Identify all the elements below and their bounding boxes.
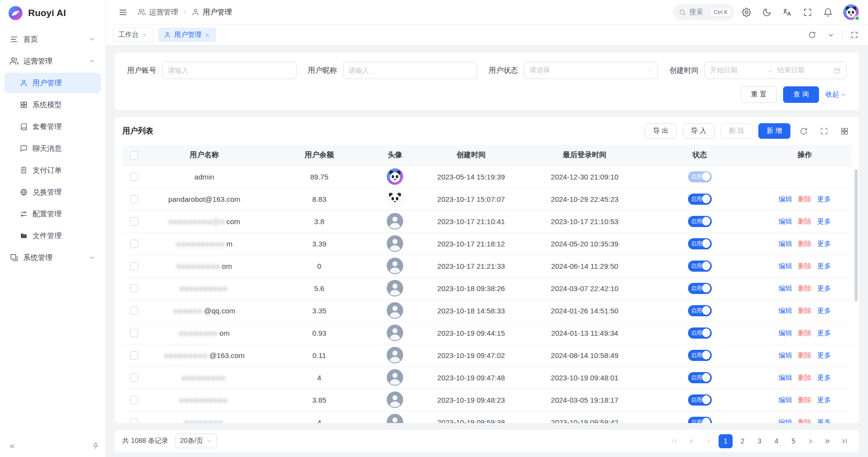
menu-toggle-icon[interactable] [115,4,131,20]
status-toggle[interactable]: 启用 [688,372,712,383]
add-button[interactable]: 新 增 [758,123,790,139]
collapse-sidebar-button[interactable]: « [6,440,18,452]
page-button-2[interactable]: 2 [736,434,750,448]
column-settings-icon[interactable] [837,124,852,138]
status-toggle[interactable]: 启用 [688,171,712,182]
sidebar-item-operations[interactable]: 运营管理 [4,51,101,71]
import-button[interactable]: 导 入 [683,123,715,139]
sidebar-item-chat-messages[interactable]: 聊天消息 [4,138,101,159]
delete-link[interactable]: 删除 [798,307,812,315]
status-toggle[interactable]: 启用 [688,261,712,272]
select-all-checkbox[interactable] [130,151,138,160]
row-checkbox[interactable] [130,396,138,404]
first-page-button[interactable] [668,434,682,448]
delete-link[interactable]: 删除 [798,262,812,271]
chevron-down-icon[interactable] [824,28,837,42]
row-checkbox[interactable] [130,173,138,181]
delete-link[interactable]: 删除 [798,396,812,405]
sidebar-item-user-management[interactable]: 用户管理 [4,73,101,93]
status-toggle[interactable]: 启用 [688,283,712,294]
status-toggle[interactable]: 启用 [688,216,712,227]
status-toggle[interactable]: 启用 [688,194,712,205]
reset-button[interactable]: 重 置 [741,86,777,103]
more-link[interactable]: 更多 [818,351,831,360]
more-link[interactable]: 更多 [818,195,831,204]
next-page-button[interactable] [803,434,818,448]
delete-link[interactable]: 删除 [798,418,812,424]
row-checkbox[interactable] [130,284,138,293]
sidebar-item-exchange-management[interactable]: 兑换管理 [4,182,101,202]
refresh-tab-icon[interactable] [805,28,819,42]
nickname-input[interactable] [343,62,477,79]
sidebar-item-home[interactable]: 首页 [4,29,101,49]
more-link[interactable]: 更多 [818,217,831,226]
delete-link[interactable]: 删除 [798,195,812,204]
collapse-filters-link[interactable]: 收起 [825,90,847,99]
row-checkbox[interactable] [130,262,138,270]
export-button[interactable]: 导 出 [645,123,677,139]
row-checkbox[interactable] [130,329,138,337]
created-range-picker[interactable]: 开始日期 → 结束日期 [704,62,847,79]
status-toggle[interactable]: 启用 [688,327,712,339]
edit-link[interactable]: 编辑 [779,329,792,338]
delete-link[interactable]: 删除 [798,284,812,293]
row-checkbox[interactable] [130,217,138,226]
sidebar-item-config-management[interactable]: 配置管理 [4,204,101,224]
fast-next-button[interactable] [820,434,835,448]
fullscreen-icon[interactable] [799,4,816,20]
delete-link[interactable]: 删除 [798,374,812,382]
delete-link[interactable]: 删除 [798,351,812,360]
more-link[interactable]: 更多 [818,418,831,424]
table-scrollbar[interactable] [854,169,858,301]
more-link[interactable]: 更多 [818,329,831,338]
gear-icon[interactable] [738,4,754,20]
more-link[interactable]: 更多 [818,374,831,382]
edit-link[interactable]: 编辑 [779,240,792,248]
edit-link[interactable]: 编辑 [779,418,792,424]
status-toggle[interactable]: 启用 [688,350,712,361]
breadcrumb-item-operations[interactable]: 运营管理 [138,8,178,17]
user-avatar[interactable] [843,4,859,20]
refresh-table-icon[interactable] [796,124,811,138]
last-page-button[interactable] [837,434,852,448]
edit-link[interactable]: 编辑 [779,284,792,293]
more-link[interactable]: 更多 [818,240,831,248]
account-input[interactable] [162,62,296,79]
close-tab-icon[interactable] [205,33,210,38]
status-select[interactable]: 请选择 [524,62,658,79]
status-toggle[interactable]: 启用 [688,305,712,316]
global-search[interactable]: 搜索 Ctrl K [673,4,734,20]
sidebar-item-file-management[interactable]: 文件管理 [4,226,101,246]
delete-link[interactable]: 删除 [798,217,812,226]
delete-button[interactable]: 删 除 [721,123,753,139]
page-button-1[interactable]: 1 [719,434,733,448]
more-link[interactable]: 更多 [818,396,831,405]
table-fullscreen-icon[interactable] [817,124,831,138]
prev-page-button[interactable] [702,434,716,448]
moon-icon[interactable] [758,4,775,20]
page-button-5[interactable]: 5 [786,434,801,448]
row-checkbox[interactable] [130,195,138,203]
page-button-3[interactable]: 3 [753,434,767,448]
tab-workbench[interactable]: 工作台 [113,28,153,42]
status-toggle[interactable]: 启用 [688,417,712,424]
edit-link[interactable]: 编辑 [779,307,792,315]
bell-icon[interactable] [819,4,836,20]
sidebar-item-package-management[interactable]: 套餐管理 [4,116,101,137]
page-size-select[interactable]: 20条/页 [175,434,217,448]
row-checkbox[interactable] [130,240,138,248]
more-link[interactable]: 更多 [818,284,831,293]
edit-link[interactable]: 编辑 [779,351,792,360]
more-link[interactable]: 更多 [818,307,831,315]
delete-link[interactable]: 删除 [798,240,812,248]
sidebar-item-payment-orders[interactable]: 支付订单 [4,160,101,180]
row-checkbox[interactable] [130,351,138,359]
edit-link[interactable]: 编辑 [779,262,792,271]
tab-user-management[interactable]: 用户管理 [158,28,216,42]
status-toggle[interactable]: 启用 [688,394,712,406]
sidebar-item-system-management[interactable]: 系统管理 [4,247,101,268]
sidebar-item-system-model[interactable]: 系统模型 [4,95,101,115]
search-button[interactable]: 查 询 [783,86,819,103]
translate-icon[interactable] [779,4,795,20]
edit-link[interactable]: 编辑 [779,374,792,382]
